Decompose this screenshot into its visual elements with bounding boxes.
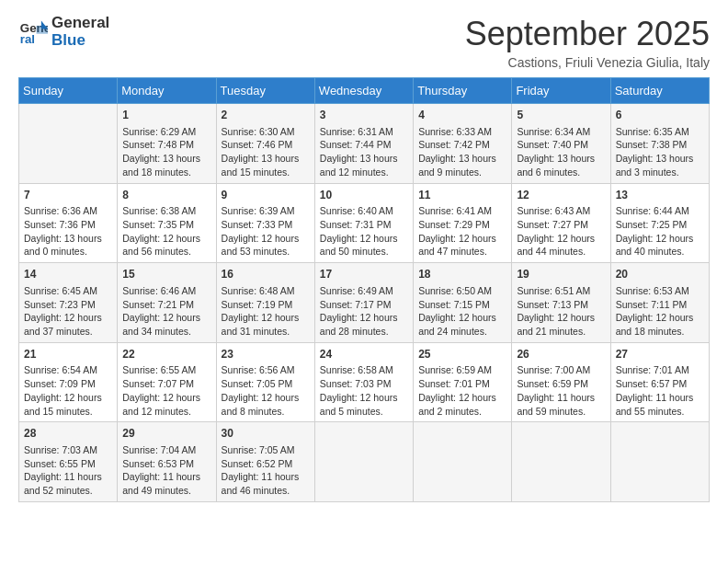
page-header: Gene ral General Blue September 2025 Cas… [18, 15, 710, 70]
calendar-cell: 4Sunrise: 6:33 AMSunset: 7:42 PMDaylight… [414, 104, 512, 184]
day-info-line: Daylight: 13 hours [616, 152, 704, 166]
title-block: September 2025 Castions, Friuli Venezia … [465, 15, 710, 70]
day-info-line: Sunset: 7:19 PM [222, 298, 310, 312]
day-number: 12 [517, 188, 605, 203]
logo-line1: General [51, 15, 109, 32]
day-info-line: Sunrise: 6:55 AM [122, 363, 210, 377]
day-number: 21 [24, 347, 112, 362]
calendar-cell: 2Sunrise: 6:30 AMSunset: 7:46 PMDaylight… [216, 104, 314, 184]
day-info-line: and 12 minutes. [320, 166, 408, 179]
day-info-line: and 18 minutes. [616, 325, 704, 339]
day-info-line: and 55 minutes. [616, 405, 704, 419]
day-info-line: Sunset: 7:42 PM [418, 138, 506, 152]
day-info-line: Sunrise: 6:44 AM [616, 204, 704, 218]
calendar-cell: 10Sunrise: 6:40 AMSunset: 7:31 PMDayligh… [314, 183, 413, 263]
calendar-cell: 26Sunrise: 7:00 AMSunset: 6:59 PMDayligh… [512, 342, 610, 422]
day-info-line: Sunrise: 6:49 AM [320, 284, 408, 298]
day-info-line: Sunset: 7:05 PM [222, 377, 310, 391]
day-number: 2 [222, 108, 310, 123]
calendar-week-row: 14Sunrise: 6:45 AMSunset: 7:23 PMDayligh… [19, 263, 710, 343]
day-info-line: and 44 minutes. [517, 245, 605, 259]
day-info-line: and 0 minutes. [24, 245, 112, 259]
day-number: 9 [222, 188, 310, 203]
calendar-week-row: 28Sunrise: 7:03 AMSunset: 6:55 PMDayligh… [19, 422, 710, 502]
day-info-line: Daylight: 12 hours [122, 232, 210, 246]
day-number: 26 [517, 347, 605, 362]
day-number: 14 [24, 267, 112, 282]
day-number: 27 [616, 347, 704, 362]
calendar-cell: 6Sunrise: 6:35 AMSunset: 7:38 PMDaylight… [610, 104, 709, 184]
day-info-line: Sunset: 7:25 PM [616, 218, 704, 232]
calendar-cell: 1Sunrise: 6:29 AMSunset: 7:48 PMDaylight… [118, 104, 216, 184]
day-number: 25 [418, 347, 506, 362]
header-monday: Monday [118, 78, 216, 104]
day-info-line: and 47 minutes. [418, 245, 506, 259]
calendar-cell: 14Sunrise: 6:45 AMSunset: 7:23 PMDayligh… [19, 263, 118, 343]
day-info-line: Sunset: 7:11 PM [616, 298, 704, 312]
day-info-line: and 34 minutes. [122, 325, 210, 339]
header-thursday: Thursday [414, 78, 512, 104]
day-info-line: and 53 minutes. [222, 245, 310, 259]
day-info-line: Sunrise: 6:59 AM [418, 363, 506, 377]
day-number: 15 [122, 267, 210, 282]
day-info-line: Daylight: 12 hours [122, 391, 210, 405]
calendar-cell: 12Sunrise: 6:43 AMSunset: 7:27 PMDayligh… [512, 183, 610, 263]
day-number: 29 [122, 426, 210, 442]
day-info-line: Sunrise: 6:36 AM [24, 204, 112, 218]
calendar-cell [19, 104, 118, 184]
calendar-cell: 11Sunrise: 6:41 AMSunset: 7:29 PMDayligh… [414, 183, 512, 263]
day-info-line: Daylight: 13 hours [418, 152, 506, 166]
day-info-line: Daylight: 12 hours [222, 311, 310, 325]
day-info-line: Daylight: 12 hours [320, 391, 408, 405]
day-number: 11 [418, 188, 506, 203]
calendar-cell: 25Sunrise: 6:59 AMSunset: 7:01 PMDayligh… [414, 342, 512, 422]
header-saturday: Saturday [610, 78, 709, 104]
calendar-cell: 18Sunrise: 6:50 AMSunset: 7:15 PMDayligh… [414, 263, 512, 343]
day-number: 28 [24, 426, 112, 442]
day-info-line: Sunrise: 6:39 AM [222, 204, 310, 218]
header-wednesday: Wednesday [314, 78, 413, 104]
calendar-cell [512, 422, 610, 502]
day-info-line: Daylight: 12 hours [517, 311, 605, 325]
day-info-line: Sunset: 7:38 PM [616, 138, 704, 152]
day-info-line: Sunset: 7:07 PM [122, 377, 210, 391]
day-info-line: Daylight: 13 hours [122, 152, 210, 166]
day-number: 24 [320, 347, 408, 362]
day-info-line: Sunrise: 6:31 AM [320, 125, 408, 139]
day-info-line: and 15 minutes. [222, 166, 310, 179]
calendar-cell: 5Sunrise: 6:34 AMSunset: 7:40 PMDaylight… [512, 104, 610, 184]
day-info-line: and 18 minutes. [122, 166, 210, 179]
calendar-cell [610, 422, 709, 502]
day-info-line: Sunset: 7:33 PM [222, 218, 310, 232]
day-info-line: Daylight: 12 hours [222, 232, 310, 246]
day-number: 20 [616, 267, 704, 282]
day-info-line: and 9 minutes. [418, 166, 506, 179]
calendar-cell: 8Sunrise: 6:38 AMSunset: 7:35 PMDaylight… [118, 183, 216, 263]
day-info-line: and 50 minutes. [320, 245, 408, 259]
day-info-line: Daylight: 12 hours [24, 311, 112, 325]
day-number: 1 [122, 108, 210, 123]
day-info-line: and 21 minutes. [517, 325, 605, 339]
day-info-line: Sunset: 7:09 PM [24, 377, 112, 391]
day-info-line: and 59 minutes. [517, 405, 605, 419]
day-info-line: Sunset: 7:29 PM [418, 218, 506, 232]
day-info-line: Daylight: 12 hours [418, 232, 506, 246]
calendar-cell: 24Sunrise: 6:58 AMSunset: 7:03 PMDayligh… [314, 342, 413, 422]
calendar-cell: 30Sunrise: 7:05 AMSunset: 6:52 PMDayligh… [216, 422, 314, 502]
day-info-line: Sunrise: 6:35 AM [616, 125, 704, 139]
day-info-line: Sunset: 7:27 PM [517, 218, 605, 232]
day-info-line: Sunrise: 7:04 AM [122, 443, 210, 457]
day-info-line: Daylight: 13 hours [320, 152, 408, 166]
month-title: September 2025 [465, 15, 710, 53]
day-info-line: and 56 minutes. [122, 245, 210, 259]
location: Castions, Friuli Venezia Giulia, Italy [465, 55, 710, 70]
day-info-line: Daylight: 11 hours [24, 470, 112, 484]
day-info-line: Sunset: 6:59 PM [517, 377, 605, 391]
day-info-line: Sunset: 6:55 PM [24, 457, 112, 471]
day-info-line: and 6 minutes. [517, 166, 605, 179]
day-number: 10 [320, 188, 408, 203]
calendar-cell: 15Sunrise: 6:46 AMSunset: 7:21 PMDayligh… [118, 263, 216, 343]
day-info-line: Sunset: 6:53 PM [122, 457, 210, 471]
calendar-week-row: 21Sunrise: 6:54 AMSunset: 7:09 PMDayligh… [19, 342, 710, 422]
calendar-cell: 3Sunrise: 6:31 AMSunset: 7:44 PMDaylight… [314, 104, 413, 184]
